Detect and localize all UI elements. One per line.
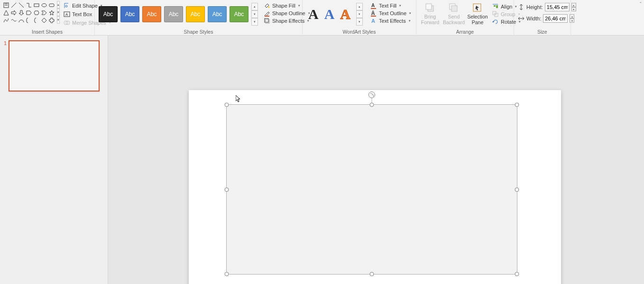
width-input[interactable] xyxy=(543,14,568,23)
shape-roundrect-icon[interactable] xyxy=(48,2,55,9)
shape-style-gallery[interactable]: Abc Abc Abc Abc Abc Abc Abc ▴ ▾ ▾ xyxy=(97,1,260,27)
slide-thumbnail-1[interactable]: 1 xyxy=(4,40,104,92)
wordart-style-blue[interactable]: A xyxy=(324,6,335,22)
svg-marker-14 xyxy=(49,10,54,15)
svg-point-17 xyxy=(65,5,67,7)
handle-se[interactable] xyxy=(515,272,519,276)
scroll-up-icon[interactable]: ▴ xyxy=(251,3,258,10)
scroll-down-icon[interactable]: ▾ xyxy=(356,10,363,18)
thumbnail-pane[interactable]: 1 xyxy=(0,36,108,284)
wordart-style-black[interactable]: A xyxy=(308,6,319,22)
shape-elbow-icon[interactable] xyxy=(26,2,32,9)
svg-marker-16 xyxy=(49,18,54,23)
style-swatch-green[interactable]: Abc xyxy=(230,6,248,22)
handle-s[interactable] xyxy=(370,272,374,276)
style-swatch-gold[interactable]: Abc xyxy=(186,6,205,22)
swatch-label: Abc xyxy=(103,11,113,18)
mouse-cursor-icon xyxy=(236,95,241,103)
handle-w[interactable] xyxy=(225,187,229,192)
svg-text:A: A xyxy=(371,10,375,16)
shape-chevron-icon[interactable] xyxy=(41,9,47,16)
shape-bracket-icon[interactable] xyxy=(26,17,32,24)
shape-arrow-right-icon[interactable] xyxy=(10,9,17,16)
height-input[interactable] xyxy=(545,3,570,11)
wordart-style-orange[interactable]: A xyxy=(340,6,350,22)
text-fill-icon: A xyxy=(370,2,377,9)
collapse-ribbon-button[interactable]: ˆ xyxy=(637,0,644,35)
height-row: Height: ▴▾ xyxy=(518,3,576,11)
width-icon xyxy=(518,15,524,22)
svg-marker-8 xyxy=(4,10,9,15)
shape-line-icon[interactable] xyxy=(10,2,17,9)
slide-editor-area[interactable] xyxy=(108,36,644,284)
shapes-gallery[interactable] xyxy=(2,1,56,25)
style-swatch-black[interactable]: Abc xyxy=(99,6,118,22)
wordart-gallery[interactable]: A A A ▴ ▾ ▾ xyxy=(304,1,367,27)
scroll-more-icon[interactable]: ▾ xyxy=(251,18,258,26)
shape-arc-icon[interactable] xyxy=(18,17,25,24)
handle-ne[interactable] xyxy=(515,103,519,107)
swatch-label: Abc xyxy=(147,11,157,18)
shape-plus-icon[interactable] xyxy=(48,17,55,24)
style-gallery-scroll[interactable]: ▴ ▾ ▾ xyxy=(251,3,258,26)
group-insert-shapes: ▴ ▾ ▾ Edit Shape A Text Box Merge Shapes xyxy=(0,0,95,36)
svg-line-3 xyxy=(11,3,16,8)
rotate-icon xyxy=(492,18,499,25)
shape-star-icon[interactable] xyxy=(48,9,55,16)
shape-rect-icon[interactable] xyxy=(33,2,40,9)
shape-textbox-icon[interactable] xyxy=(3,2,9,9)
pen-outline-icon xyxy=(264,10,270,17)
group-label: Group xyxy=(501,11,515,17)
slide-canvas[interactable] xyxy=(189,90,561,284)
scroll-down-icon[interactable]: ▾ xyxy=(251,10,258,18)
style-swatch-orange[interactable]: Abc xyxy=(142,6,161,22)
group-shape-styles: Abc Abc Abc Abc Abc Abc Abc ▴ ▾ ▾ Shape … xyxy=(95,0,303,36)
width-spinner[interactable]: ▴▾ xyxy=(570,14,574,23)
scroll-more-icon[interactable]: ▾ xyxy=(57,16,60,24)
svg-point-6 xyxy=(42,4,46,7)
text-outline-button[interactable]: A Text Outline xyxy=(369,9,412,17)
height-spinner[interactable]: ▴▾ xyxy=(571,3,576,11)
selection-pane-label: Selection Pane xyxy=(467,14,488,25)
shape-wave-icon[interactable] xyxy=(10,17,17,24)
shape-diamond-icon[interactable] xyxy=(41,17,47,24)
selection-pane-button[interactable]: Selection Pane xyxy=(467,2,488,26)
shape-line2-icon[interactable] xyxy=(18,2,25,9)
shapes-gallery-scroll[interactable]: ▴ ▾ ▾ xyxy=(57,1,60,24)
rotate-handle[interactable] xyxy=(368,92,375,98)
selected-shape[interactable] xyxy=(226,104,517,275)
handle-sw[interactable] xyxy=(225,272,229,276)
thumbnail-preview[interactable] xyxy=(9,40,100,92)
style-swatch-lblue[interactable]: Abc xyxy=(208,6,227,22)
group-arrange: Bring Forward Send Backward Selection Pa… xyxy=(416,0,514,36)
shape-oval-icon[interactable] xyxy=(41,2,47,9)
shape-curve-icon[interactable] xyxy=(3,17,9,24)
align-icon xyxy=(492,3,499,10)
scroll-up-icon[interactable]: ▴ xyxy=(57,1,60,9)
style-swatch-gray[interactable]: Abc xyxy=(164,6,183,22)
shape-hexagon-icon[interactable] xyxy=(33,9,40,16)
shape-brace-icon[interactable] xyxy=(33,17,40,24)
shape-pentagon-icon[interactable] xyxy=(26,9,32,16)
svg-point-22 xyxy=(268,7,270,8)
scroll-more-icon[interactable]: ▾ xyxy=(356,18,363,26)
handle-nw[interactable] xyxy=(225,103,229,107)
svg-marker-11 xyxy=(27,11,31,15)
text-fill-button[interactable]: A Text Fill xyxy=(369,2,412,9)
group-size: Height: ▴▾ Width: ▴▾ Size xyxy=(514,0,571,36)
wordart-gallery-scroll[interactable]: ▴ ▾ ▾ xyxy=(356,3,363,26)
svg-rect-39 xyxy=(496,5,498,8)
scroll-down-icon[interactable]: ▾ xyxy=(57,9,60,16)
handle-e[interactable] xyxy=(515,187,519,192)
group-title-shape-styles: Shape Styles xyxy=(97,29,300,36)
handle-n[interactable] xyxy=(370,103,374,107)
shape-arrow-down-icon[interactable] xyxy=(18,9,25,16)
svg-marker-36 xyxy=(475,6,479,10)
scroll-up-icon[interactable]: ▴ xyxy=(356,3,363,10)
text-effects-button[interactable]: A Text Effects xyxy=(369,17,412,25)
style-swatch-blue[interactable]: Abc xyxy=(120,6,139,22)
svg-marker-12 xyxy=(34,11,39,15)
paint-bucket-icon xyxy=(264,2,270,9)
svg-rect-38 xyxy=(494,5,496,7)
shape-triangle-icon[interactable] xyxy=(3,9,9,16)
